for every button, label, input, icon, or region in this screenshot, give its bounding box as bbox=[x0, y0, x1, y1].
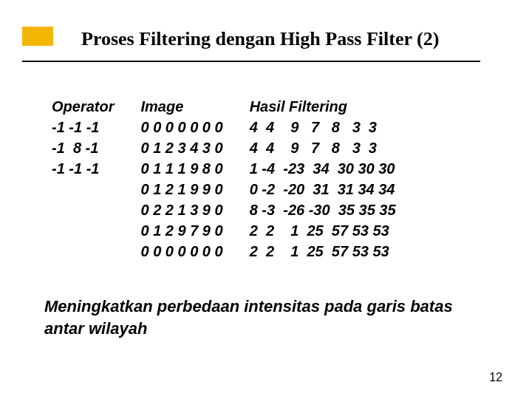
title-underline bbox=[22, 61, 480, 62]
operator-block: Operator -1 -1 -1 -1 8 -1 -1 -1 -1 bbox=[52, 96, 114, 262]
slide: Proses Filtering dengan High Pass Filter… bbox=[0, 0, 532, 399]
result-block: Hasil Filtering 4 4 9 7 8 3 3 4 4 9 7 8 … bbox=[250, 96, 396, 262]
page-number: 12 bbox=[489, 371, 502, 384]
content-columns: Operator -1 -1 -1 -1 8 -1 -1 -1 -1 Image… bbox=[52, 96, 396, 262]
caption-text: Meningkatkan perbedaan intensitas pada g… bbox=[44, 296, 488, 339]
image-block: Image 0 0 0 0 0 0 0 0 1 2 3 4 3 0 0 1 1 … bbox=[140, 96, 222, 262]
accent-box bbox=[22, 27, 53, 46]
slide-title: Proses Filtering dengan High Pass Filter… bbox=[81, 28, 439, 50]
